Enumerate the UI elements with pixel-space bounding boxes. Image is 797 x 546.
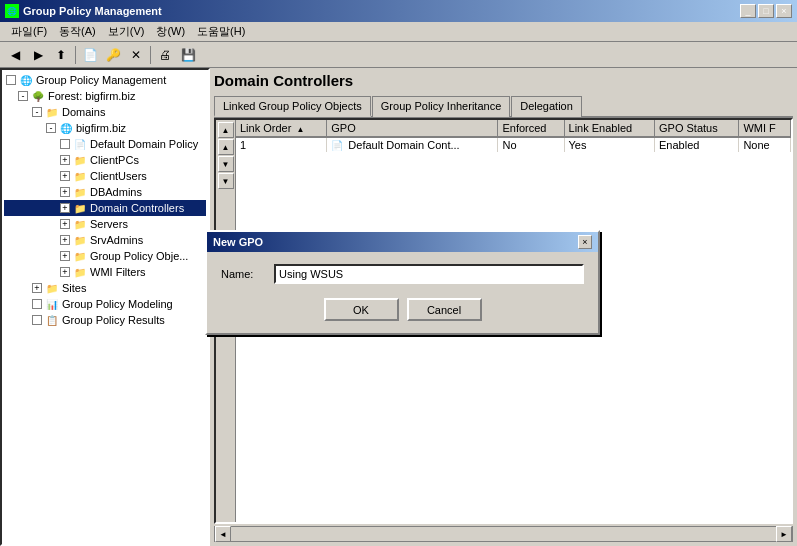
modal-content: Name: OK Cancel bbox=[207, 252, 598, 333]
name-label: Name: bbox=[221, 268, 266, 280]
modal-title: New GPO bbox=[213, 236, 263, 248]
modal-overlay: New GPO × Name: OK Cancel bbox=[0, 0, 797, 546]
modal-title-bar: New GPO × bbox=[207, 232, 598, 252]
ok-button[interactable]: OK bbox=[324, 298, 399, 321]
new-gpo-dialog: New GPO × Name: OK Cancel bbox=[205, 230, 600, 335]
name-input[interactable] bbox=[274, 264, 584, 284]
modal-close-button[interactable]: × bbox=[578, 235, 592, 249]
name-form-row: Name: bbox=[221, 264, 584, 284]
cancel-button[interactable]: Cancel bbox=[407, 298, 482, 321]
modal-buttons: OK Cancel bbox=[221, 298, 584, 321]
